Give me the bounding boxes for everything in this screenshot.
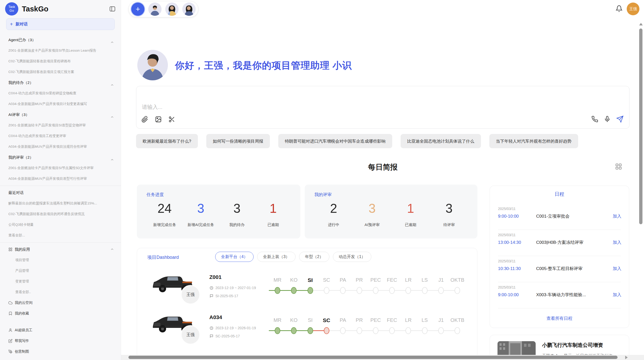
suggestion-chip[interactable]: 如何写一份清晰的项目周报 bbox=[206, 134, 270, 148]
join-link[interactable]: 加入 bbox=[613, 266, 621, 272]
send-icon[interactable] bbox=[616, 115, 624, 124]
milestone-dot[interactable] bbox=[455, 287, 460, 294]
phone-call-icon[interactable] bbox=[591, 116, 598, 124]
spacer bbox=[0, 319, 121, 325]
notification-bell-icon[interactable] bbox=[616, 5, 623, 13]
clock-icon bbox=[210, 286, 213, 290]
microphone-icon[interactable] bbox=[604, 116, 611, 124]
milestone-dot[interactable] bbox=[373, 287, 378, 294]
section-header-recent[interactable]: 最近对话 bbox=[0, 187, 121, 198]
milestone-dot[interactable] bbox=[308, 287, 313, 294]
sidebar-item-app[interactable]: 项目管理 bbox=[0, 255, 121, 265]
chat-input-box[interactable]: 请输入... bbox=[136, 86, 630, 129]
sidebar-item-app[interactable]: 变更管理 bbox=[0, 276, 121, 287]
scissors-icon[interactable] bbox=[168, 116, 175, 124]
horizontal-scrollbar-thumb[interactable] bbox=[128, 356, 618, 359]
section-header-ai-review[interactable]: AI评审（3） bbox=[0, 109, 121, 120]
milestone-dot[interactable] bbox=[422, 287, 428, 294]
milestone-dot[interactable] bbox=[324, 327, 329, 334]
tab-new-body[interactable]: 全新上装（3） bbox=[257, 252, 296, 262]
sidebar-item[interactable]: C02-飞腾新能源轻客改款项目的闭环通告反馈情况 bbox=[0, 209, 121, 219]
milestone-track: MRKOSISCPAPRPECFECLRLSJ1OKTB bbox=[269, 277, 470, 301]
sidebar-item[interactable]: C02-飞腾新能源轻客改款项目里程碑画布 bbox=[0, 56, 121, 67]
milestone-dot[interactable] bbox=[455, 327, 460, 334]
sidebar-item[interactable]: Z001-全新燃油皮卡产品开发项目SI节点Lesson Learn报告 bbox=[0, 45, 121, 56]
sidebar-item[interactable]: Z001-全新燃油轻卡产品开发项目SI造型提交物评审 bbox=[0, 120, 121, 131]
new-chat-button[interactable]: + 新对话 bbox=[6, 18, 115, 30]
suggestion-chip[interactable]: 比亚迪全固态电池计划具体说了什么 bbox=[401, 134, 481, 148]
milestone-dot[interactable] bbox=[438, 287, 444, 294]
attachment-icon[interactable] bbox=[141, 116, 148, 124]
tab-year-model[interactable]: 年型（2） bbox=[299, 252, 329, 262]
dashboard-title: 项目Dashboard bbox=[147, 254, 179, 260]
milestone-dot[interactable] bbox=[275, 287, 280, 294]
divider bbox=[0, 186, 121, 186]
sidebar-item-my-apps[interactable]: 我的应用 bbox=[0, 244, 121, 255]
milestone-dot[interactable] bbox=[340, 327, 346, 334]
schedule-event: 9:00-10:00 C001-立项审批会 加入 bbox=[498, 213, 621, 219]
vertical-scrollbar-thumb[interactable] bbox=[639, 28, 642, 224]
milestone-dot[interactable] bbox=[291, 327, 297, 334]
sidebar-item-app[interactable]: 产品管理 bbox=[0, 265, 121, 276]
scroll-right-arrow-icon[interactable] bbox=[625, 356, 628, 359]
sidebar-item-creative-draw[interactable]: 创意制图 bbox=[0, 346, 121, 357]
project-dates: 2023-12-19 ~ 2027-01-19 bbox=[210, 286, 256, 290]
agent-avatar[interactable] bbox=[182, 3, 196, 16]
user-avatar[interactable]: 王强 bbox=[627, 3, 639, 15]
sidebar: Task Go TaskGo + 新对话 Agent已办（3） Z001-全新燃… bbox=[0, 0, 121, 360]
milestone-dot[interactable] bbox=[405, 287, 411, 294]
milestone-dot[interactable] bbox=[291, 287, 297, 294]
section-header-my-todo[interactable]: 我的待办（2） bbox=[0, 77, 121, 88]
assistant-avatar bbox=[137, 50, 168, 80]
sidebar-item[interactable]: A034-全新新能源MUV产品开发项目计划变更表编写 bbox=[0, 99, 121, 109]
scroll-up-arrow-icon[interactable] bbox=[639, 23, 643, 25]
view-all-schedule-link[interactable]: 查看所有日程 bbox=[490, 316, 629, 321]
milestone-dot[interactable] bbox=[324, 287, 329, 294]
milestone-dot[interactable] bbox=[389, 287, 395, 294]
image-upload-icon[interactable] bbox=[155, 116, 162, 124]
tab-new-platform[interactable]: 全新平台（4） bbox=[215, 252, 254, 262]
suggestion-chip[interactable]: 特朗普可能对进口汽车增税会对中国车企造成哪些影响 bbox=[278, 134, 392, 148]
sidebar-item[interactable]: C0X4-动力总成开发项目工程变更评审 bbox=[0, 131, 121, 141]
milestone-dot[interactable] bbox=[389, 327, 395, 334]
milestone-dot[interactable] bbox=[373, 327, 378, 334]
sidebar-item[interactable]: 公司Q3轻卡销量 bbox=[0, 219, 121, 230]
milestone-dot[interactable] bbox=[275, 327, 280, 334]
event-title: C005-整车工程目标评审 bbox=[536, 266, 613, 272]
milestone-dot[interactable] bbox=[357, 327, 362, 334]
milestone-dot[interactable] bbox=[308, 327, 313, 334]
sidebar-item[interactable]: C0X4-动力总成开发项目SI里程碑提交物检查 bbox=[0, 88, 121, 99]
agent-avatar[interactable] bbox=[148, 3, 162, 16]
milestone-dot[interactable] bbox=[422, 327, 428, 334]
join-link[interactable]: 加入 bbox=[613, 213, 621, 219]
suggestion-chip[interactable]: 当下年轻人对汽车外观有怎样的喜好趋势 bbox=[489, 134, 578, 148]
sidebar-item[interactable]: A034-全新新能源MUV产品开发项目法规符合性评审 bbox=[0, 141, 121, 152]
milestone-dot[interactable] bbox=[340, 287, 346, 294]
sidebar-item-favorites[interactable]: 我的收藏 bbox=[0, 308, 121, 319]
milestone-dot[interactable] bbox=[357, 287, 362, 294]
join-link[interactable]: 加入 bbox=[613, 239, 621, 245]
join-link[interactable]: 加入 bbox=[613, 292, 621, 298]
milestone-dot[interactable] bbox=[438, 327, 444, 334]
sidebar-item[interactable]: C02-飞腾新能源轻客改款项目立项汇报方案 bbox=[0, 67, 121, 77]
sidebar-item-cloud-space[interactable]: 我的云空间 bbox=[0, 297, 121, 308]
project-owner-badge: 王强 bbox=[181, 285, 200, 304]
daily-brief-title: 每日简报 bbox=[136, 162, 630, 172]
sidebar-item-view-all-apps[interactable]: 查看全部.. bbox=[0, 287, 121, 297]
agent-avatar[interactable] bbox=[165, 3, 179, 16]
sidebar-item[interactable]: Z001-全新燃油轻卡产品开发项目SI节点属性5D文件评审 bbox=[0, 163, 121, 173]
sidebar-item[interactable]: A034-全新新能源MUV产品开发项目造型可行性评审 bbox=[0, 173, 121, 184]
sidebar-item-ai-employee[interactable]: AI超级员工 bbox=[0, 325, 121, 336]
sidebar-collapse-icon[interactable] bbox=[109, 6, 116, 12]
add-session-button[interactable]: + bbox=[131, 3, 144, 16]
sidebar-item[interactable]: 解释最新出台的欧盟报废车法规再生塑料比例被调至15%... bbox=[0, 198, 121, 209]
tab-powertrain[interactable]: 动总开发（1） bbox=[333, 252, 371, 262]
milestone-dot[interactable] bbox=[405, 327, 411, 334]
section-header-my-review[interactable]: 我的评审（2） bbox=[0, 152, 121, 163]
divider bbox=[498, 230, 621, 230]
layout-grid-icon[interactable] bbox=[615, 163, 622, 171]
sidebar-item-view-all[interactable]: 查看全部... bbox=[0, 230, 121, 241]
sidebar-item-write-helper[interactable]: 帮我写作 bbox=[0, 336, 121, 346]
section-header-agent-done[interactable]: Agent已办（3） bbox=[0, 35, 121, 45]
suggestion-chip[interactable]: 欧洲新规最近颁布了什么? bbox=[136, 134, 198, 148]
